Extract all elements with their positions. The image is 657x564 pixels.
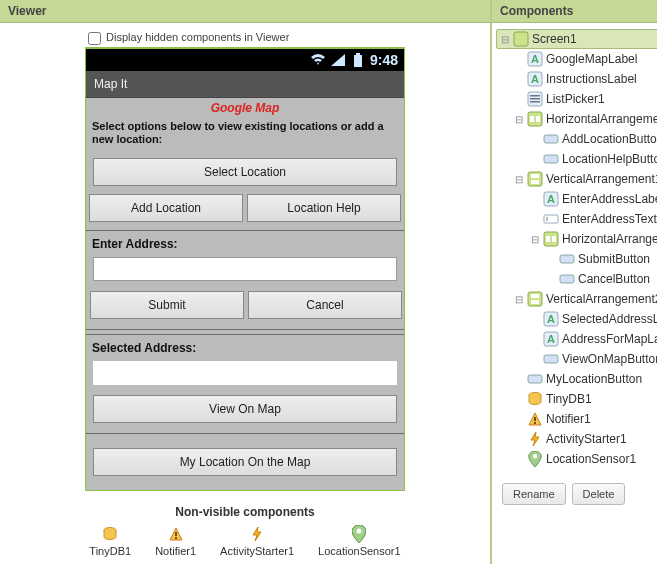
- components-header: Components: [492, 0, 657, 23]
- nonvis-notifier[interactable]: Notifier1: [155, 525, 196, 557]
- button-icon: [543, 131, 559, 147]
- svg-rect-4: [175, 537, 177, 539]
- add-location-button[interactable]: Add Location: [89, 194, 243, 222]
- harr-icon: [527, 111, 543, 127]
- tree-item-verticalarrangement1[interactable]: ⊟VerticalArrangement1: [494, 169, 657, 189]
- selected-address-label[interactable]: Selected Address:: [90, 341, 400, 361]
- tree-item-submitbutton[interactable]: SubmitButton: [494, 249, 657, 269]
- submit-button[interactable]: Submit: [90, 291, 244, 319]
- display-hidden-row: Display hidden components in Viewer: [88, 31, 480, 45]
- expander-icon[interactable]: ⊟: [514, 114, 524, 125]
- delete-button[interactable]: Delete: [572, 483, 626, 505]
- vertical-arrangement-2[interactable]: Selected Address: View On Map: [86, 334, 404, 434]
- tree-label: SubmitButton: [578, 252, 650, 266]
- nonvis-activity[interactable]: ActivityStarter1: [220, 525, 294, 557]
- svg-rect-31: [560, 275, 574, 283]
- svg-rect-22: [531, 180, 539, 184]
- select-location-button[interactable]: Select Location: [93, 158, 397, 186]
- tree-item-enteraddresstext[interactable]: EnterAddressText: [494, 209, 657, 229]
- tree-item-listpicker1[interactable]: ListPicker1: [494, 89, 657, 109]
- tree-item-instructionslabel[interactable]: AInstructionsLabel: [494, 69, 657, 89]
- viewer-panel: Viewer Display hidden components in View…: [0, 0, 492, 564]
- tree-item-activitystarter1[interactable]: ActivityStarter1: [494, 429, 657, 449]
- tree-item-addlocationbutton[interactable]: AddLocationButton: [494, 129, 657, 149]
- rename-button[interactable]: Rename: [502, 483, 566, 505]
- cancel-button[interactable]: Cancel: [248, 291, 402, 319]
- svg-text:A: A: [547, 193, 555, 205]
- display-hidden-label: Display hidden components in Viewer: [106, 31, 289, 43]
- svg-rect-18: [544, 135, 558, 143]
- list-icon: [527, 91, 543, 107]
- nonvisible-row: TinyDB1 Notifier1 ActivityStarter1 Locat…: [10, 525, 480, 557]
- enter-address-text[interactable]: [93, 257, 397, 281]
- view-on-map-button[interactable]: View On Map: [93, 395, 397, 423]
- tree-item-viewonmapbutton[interactable]: ViewOnMapButton: [494, 349, 657, 369]
- expander-icon[interactable]: ⊟: [500, 34, 510, 45]
- expander-icon[interactable]: ⊟: [514, 294, 524, 305]
- google-map-label[interactable]: Google Map: [86, 98, 404, 118]
- components-tree[interactable]: ⊟Screen1AGoogleMapLabelAInstructionsLabe…: [492, 23, 657, 475]
- label-icon: A: [543, 311, 559, 327]
- enter-address-label[interactable]: Enter Address:: [90, 237, 400, 257]
- svg-rect-34: [531, 300, 539, 304]
- notifier-icon: [155, 525, 196, 543]
- tree-item-mylocationbutton[interactable]: MyLocationButton: [494, 369, 657, 389]
- text-icon: [543, 211, 559, 227]
- button-icon: [527, 371, 543, 387]
- svg-text:A: A: [531, 73, 539, 85]
- tree-item-notifier1[interactable]: Notifier1: [494, 409, 657, 429]
- svg-rect-16: [530, 116, 534, 122]
- expander-icon[interactable]: ⊟: [530, 234, 540, 245]
- vertical-arrangement-1[interactable]: Enter Address: Submit Cancel: [86, 230, 404, 330]
- tree-item-selectedaddresslabel[interactable]: ASelectedAddressLabel: [494, 309, 657, 329]
- tree-item-verticalarrangement2[interactable]: ⊟VerticalArrangement2: [494, 289, 657, 309]
- tree-item-locationhelpbutton[interactable]: LocationHelpButton: [494, 149, 657, 169]
- tree-label: VerticalArrangement1: [546, 172, 657, 186]
- address-for-map-label[interactable]: [93, 361, 397, 385]
- varr-icon: [527, 171, 543, 187]
- status-bar: 9:48: [86, 49, 404, 71]
- tree-item-googlemaplabel[interactable]: AGoogleMapLabel: [494, 49, 657, 69]
- svg-rect-13: [530, 98, 540, 100]
- tree-label: LocationSensor1: [546, 452, 636, 466]
- nonvis-tinydb[interactable]: TinyDB1: [89, 525, 131, 557]
- tree-label: Notifier1: [546, 412, 591, 426]
- tree-item-horizontalarrangement2[interactable]: ⊟HorizontalArrangement2: [494, 229, 657, 249]
- app-title-bar: Map It: [86, 71, 404, 98]
- tree-label: HorizontalArrangement2: [562, 232, 657, 246]
- tree-label: ActivityStarter1: [546, 432, 627, 446]
- horizontal-arrangement-2[interactable]: Submit Cancel: [90, 291, 402, 319]
- screen-icon: [513, 31, 529, 47]
- location-icon: [527, 451, 543, 467]
- components-panel: Components ⊟Screen1AGoogleMapLabelAInstr…: [492, 0, 657, 564]
- svg-rect-33: [531, 294, 539, 298]
- label-icon: A: [527, 51, 543, 67]
- nonvis-location[interactable]: LocationSensor1: [318, 525, 401, 557]
- tree-label: LocationHelpButton: [562, 152, 657, 166]
- tinydb-icon: [527, 391, 543, 407]
- tree-item-horizontalarrangement1[interactable]: ⊟HorizontalArrangement1: [494, 109, 657, 129]
- svg-rect-42: [534, 417, 536, 421]
- instructions-label[interactable]: Select options below to view existing lo…: [86, 118, 404, 154]
- expander-icon[interactable]: ⊟: [514, 174, 524, 185]
- tree-item-locationsensor1[interactable]: LocationSensor1: [494, 449, 657, 469]
- tree-item-addressformaplabel[interactable]: AAddressForMapLabel: [494, 329, 657, 349]
- tree-item-screen1[interactable]: ⊟Screen1: [496, 29, 657, 49]
- horizontal-arrangement-1[interactable]: Add Location Location Help: [89, 194, 401, 222]
- svg-text:A: A: [547, 313, 555, 325]
- battery-icon: [350, 52, 366, 68]
- tree-label: CancelButton: [578, 272, 650, 286]
- svg-rect-30: [560, 255, 574, 263]
- svg-rect-21: [531, 174, 539, 178]
- button-icon: [559, 251, 575, 267]
- my-location-button[interactable]: My Location On the Map: [93, 448, 397, 476]
- tree-label: VerticalArrangement2: [546, 292, 657, 306]
- svg-point-44: [533, 454, 537, 458]
- tree-item-cancelbutton[interactable]: CancelButton: [494, 269, 657, 289]
- display-hidden-checkbox[interactable]: [88, 32, 101, 45]
- nonvisible-header: Non-visible components: [10, 505, 480, 519]
- tree-item-enteraddresslabel[interactable]: AEnterAddressLabel: [494, 189, 657, 209]
- svg-point-5: [357, 528, 362, 533]
- tree-item-tinydb1[interactable]: TinyDB1: [494, 389, 657, 409]
- location-help-button[interactable]: Location Help: [247, 194, 401, 222]
